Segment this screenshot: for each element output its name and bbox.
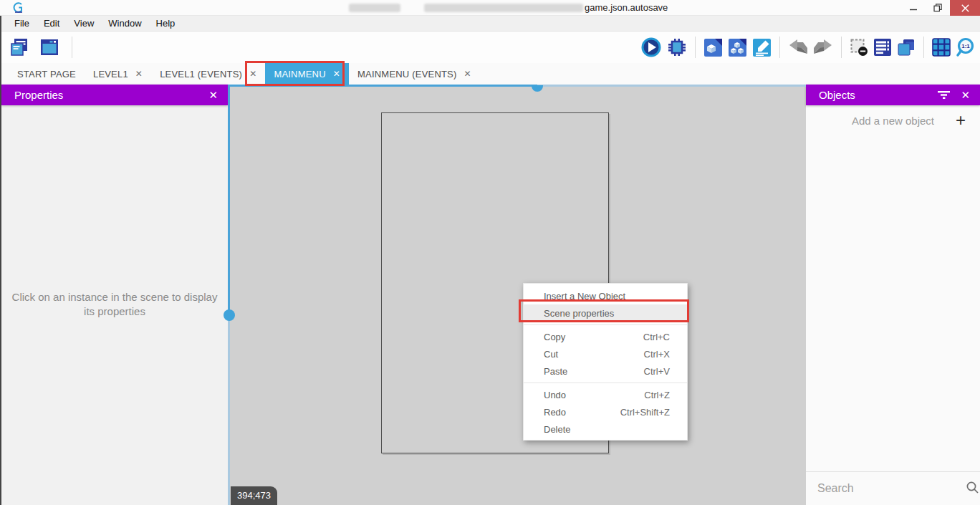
tab-close-icon[interactable]: ✕ <box>135 69 143 79</box>
undo-button[interactable] <box>788 39 808 56</box>
context-menu: Insert a New Object Scene properties Cop… <box>523 283 688 441</box>
search-input[interactable] <box>817 482 966 495</box>
menu-view[interactable]: View <box>67 16 101 32</box>
menu-item-label: Copy <box>544 332 565 342</box>
instances-list-button[interactable] <box>873 38 892 57</box>
menu-item-shortcut: Ctrl+Z <box>644 390 670 400</box>
minimize-icon <box>910 4 918 12</box>
objects-panel-header: Objects ✕ <box>806 85 980 105</box>
objects-panel-title: Objects <box>819 89 937 101</box>
layers-button[interactable] <box>897 38 916 57</box>
play-preview-button[interactable] <box>640 37 662 58</box>
context-menu-item-undo[interactable]: Undo Ctrl+Z <box>524 386 687 403</box>
tab-label: LEVEL1 (EVENTS) <box>160 69 242 80</box>
mask-hide-icon <box>850 38 868 57</box>
properties-panel-header: Properties ✕ <box>1 85 228 105</box>
tab-close-icon[interactable]: ✕ <box>249 69 256 79</box>
search-icon <box>966 481 979 497</box>
restore-icon <box>933 4 942 12</box>
context-menu-item-cut[interactable]: Cut Ctrl+X <box>524 345 687 362</box>
scene-window-button[interactable] <box>39 37 60 58</box>
tab-start-page[interactable]: START PAGE <box>9 63 85 85</box>
tab-label: MAINMENU <box>274 69 325 80</box>
toggle-mask-button[interactable] <box>850 38 868 57</box>
restore-button[interactable] <box>926 0 950 16</box>
properties-panel: Properties ✕ Click on an instance in the… <box>1 85 228 505</box>
menu-help[interactable]: Help <box>149 16 183 32</box>
undo-arrow-icon <box>788 39 808 56</box>
context-menu-item-paste[interactable]: Paste Ctrl+V <box>524 362 687 380</box>
tab-close-icon[interactable]: ✕ <box>333 69 340 79</box>
tab-label: START PAGE <box>17 69 76 80</box>
edit-scene-button[interactable] <box>752 38 772 57</box>
context-menu-item-redo[interactable]: Redo Ctrl+Shift+Z <box>524 403 687 420</box>
add-instances-button[interactable] <box>728 38 747 57</box>
toolbar-divider <box>923 37 924 58</box>
tab-level1[interactable]: LEVEL1 ✕ <box>85 63 151 85</box>
debug-button[interactable] <box>667 37 687 57</box>
context-menu-item-scene-properties[interactable]: Scene properties <box>524 304 687 322</box>
canvas-top-resize-line[interactable] <box>537 85 806 87</box>
properties-panel-title: Properties <box>14 89 198 101</box>
canvas-top-resize-handle[interactable] <box>532 85 543 92</box>
redo-button[interactable] <box>813 39 833 56</box>
zoom-reset-button[interactable]: 1:1 <box>956 37 976 57</box>
debug-chip-icon <box>667 37 687 57</box>
menu-window[interactable]: Window <box>101 16 148 32</box>
properties-empty-hint: Click on an instance in the scene to dis… <box>9 290 221 319</box>
tab-close-icon[interactable]: ✕ <box>464 69 471 79</box>
tab-mainmenu-events[interactable]: MAINMENU (EVENTS) ✕ <box>349 63 480 85</box>
add-object-label: Add a new object <box>852 115 934 127</box>
canvas-left-resize-line[interactable] <box>228 315 230 505</box>
tab-level1-events[interactable]: LEVEL1 (EVENTS) ✕ <box>151 63 265 85</box>
toolbar-right-group: 1:1 <box>640 32 976 63</box>
toolbar: 1:1 <box>1 32 980 63</box>
add-object-row[interactable]: Add a new object + <box>806 108 980 133</box>
menu-separator <box>524 383 687 383</box>
tab-bar: START PAGE LEVEL1 ✕ LEVEL1 (EVENTS) ✕ MA… <box>1 63 980 85</box>
menu-item-label: Scene properties <box>544 308 614 319</box>
redacted-title-path <box>424 4 583 12</box>
gdevelop-window: game.json.autosave File Edit View Window… <box>0 0 980 505</box>
title-bar: game.json.autosave <box>0 0 980 16</box>
context-menu-item-copy[interactable]: Copy Ctrl+C <box>524 328 687 345</box>
context-menu-item-delete[interactable]: Delete <box>524 420 687 438</box>
filter-button[interactable] <box>937 90 951 100</box>
canvas-top-resize-line[interactable] <box>228 85 537 87</box>
plus-icon[interactable]: + <box>956 109 966 132</box>
close-panel-icon[interactable]: ✕ <box>961 89 970 102</box>
scene-canvas[interactable]: 394;473 Insert a New Object Scene proper… <box>228 85 806 505</box>
menu-item-shortcut: Ctrl+C <box>643 332 670 342</box>
canvas-left-resize-line[interactable] <box>228 87 230 315</box>
layers-icon <box>897 38 916 57</box>
menu-edit[interactable]: Edit <box>37 16 67 32</box>
toggle-grid-button[interactable] <box>932 38 951 57</box>
project-manager-button[interactable] <box>9 37 30 58</box>
close-icon <box>961 4 969 12</box>
objects-panel: Objects ✕ Add a new object + <box>806 85 980 505</box>
minimize-button[interactable] <box>901 0 926 16</box>
context-menu-item-insert-new-object[interactable]: Insert a New Object <box>524 287 687 304</box>
zoom-one-to-one-icon: 1:1 <box>956 37 976 57</box>
menu-item-shortcut: Ctrl+V <box>644 366 670 377</box>
canvas-left-resize-handle[interactable] <box>224 309 235 321</box>
menu-separator <box>524 324 687 325</box>
multiple-objects-icon <box>728 38 747 57</box>
menu-item-label: Delete <box>544 424 571 435</box>
toolbar-divider <box>841 37 842 58</box>
edit-pencil-icon <box>752 38 772 57</box>
grid-icon <box>932 38 951 57</box>
close-panel-icon[interactable]: ✕ <box>208 89 218 102</box>
menu-file[interactable]: File <box>7 16 37 32</box>
menu-item-shortcut: Ctrl+X <box>644 349 670 360</box>
tab-label: LEVEL1 <box>93 69 128 80</box>
close-window-button[interactable] <box>950 0 980 16</box>
toolbar-divider <box>72 37 72 58</box>
redo-arrow-icon <box>813 39 833 56</box>
cursor-coordinates-badge: 394;473 <box>231 486 277 505</box>
objects-search-bar <box>806 471 980 505</box>
menu-item-label: Undo <box>544 390 566 400</box>
toolbar-left-group <box>1 37 75 58</box>
tab-mainmenu[interactable]: MAINMENU ✕ <box>265 63 349 85</box>
add-object-button[interactable] <box>703 38 723 57</box>
